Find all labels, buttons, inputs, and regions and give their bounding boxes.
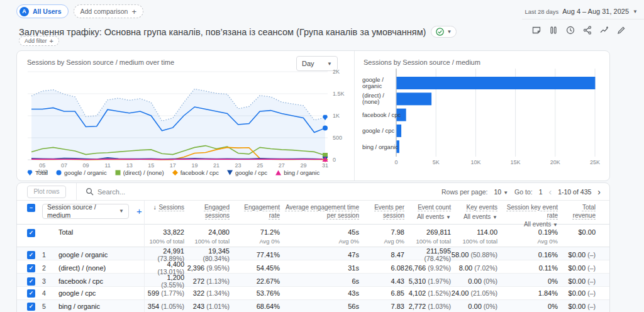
date-range-preset: Last 28 days [525, 8, 558, 15]
table-controls: Plot rows Rows per page: 10 ▼ Go to: 1 ‹… [17, 183, 609, 201]
row-checkbox[interactable]: ✓ [27, 229, 35, 237]
row-checkbox[interactable]: ✓ [27, 289, 35, 298]
column-header-1[interactable]: ↓ Sessions [144, 204, 184, 212]
charts-card: Sessions by Session source / medium over… [16, 50, 610, 181]
edit-icon[interactable] [615, 24, 628, 36]
line-chart-title: Sessions by Session source / medium over… [27, 58, 174, 66]
go-to-page-input[interactable]: 1 [539, 188, 543, 196]
share-icon[interactable] [581, 24, 594, 36]
row-cell: 5,310 (1.97%) [404, 277, 451, 285]
column-header-7[interactable]: Key eventsAll events ▼ [451, 204, 497, 221]
column-header-4[interactable]: Average engagement timeper session [280, 204, 359, 220]
bar-columns-icon[interactable] [547, 24, 560, 36]
check-circle-icon [436, 28, 444, 36]
svg-text:google / cpc: google / cpc [362, 127, 394, 134]
row-cell: 47s [280, 251, 359, 259]
add-dimension-button[interactable]: + [136, 206, 142, 218]
row-checkbox[interactable]: ✓ [27, 277, 35, 286]
total-cell: 33,822100% of total [144, 228, 184, 245]
row-checkbox[interactable]: ✓ [27, 303, 35, 311]
legend-item[interactable]: google / organic [56, 169, 107, 176]
plus-icon: + [50, 38, 53, 45]
segment-chips: A All Users Add comparison + [16, 4, 143, 18]
row-cell: 19,345 (80.34%) [184, 247, 230, 262]
header-divider [522, 19, 644, 20]
next-page-button[interactable]: › [597, 187, 601, 196]
insights-icon[interactable] [598, 24, 611, 36]
column-header-3[interactable]: Engagementrate [230, 204, 280, 220]
column-header-2[interactable]: Engagedsessions [184, 204, 230, 220]
svg-text:09: 09 [82, 162, 89, 169]
search-input[interactable] [97, 188, 192, 196]
svg-text:15: 15 [148, 162, 154, 169]
row-cell: 243 (1.01%) [184, 303, 230, 310]
row-dimension: google / cpc [58, 289, 144, 297]
row-cell: 354 (1.05%) [144, 303, 184, 310]
row-cell: 0% [497, 277, 558, 285]
search-icon [86, 187, 94, 196]
add-comparison-chip[interactable]: Add comparison + [74, 4, 143, 18]
column-header-5[interactable]: Events persession [359, 204, 404, 220]
all-users-chip[interactable]: A All Users [16, 4, 69, 18]
svg-text:500: 500 [333, 135, 342, 141]
row-checkbox[interactable]: ✓ [27, 264, 35, 272]
row-checkbox[interactable]: ✓ [27, 251, 35, 259]
row-cell: 272 (1.13%) [184, 277, 230, 285]
sort-descending-icon[interactable]: ↓ [153, 204, 157, 212]
row-cell: 43s [280, 289, 359, 297]
controls-divider [76, 183, 77, 201]
legend-item[interactable]: facebook / cpc [172, 169, 219, 176]
row-cell: $0.00 (–) [558, 277, 596, 285]
svg-text:13: 13 [126, 162, 133, 169]
prev-page-button[interactable]: ‹ [549, 187, 552, 196]
column-header-8[interactable]: Session key eventrateAll events ▼ [497, 204, 558, 229]
interval-value: Day [302, 60, 314, 67]
svg-text:1.5K: 1.5K [333, 91, 345, 97]
column-header-9[interactable]: Totalrevenue [558, 204, 596, 220]
row-index: 4 [42, 289, 58, 297]
table-row[interactable]: ✓4google / cpc599 (1.77%)322 (1.34%)53.7… [17, 287, 609, 300]
row-cell: 8.47 [359, 251, 404, 259]
legend-item[interactable]: (direct) / (none) [115, 169, 164, 176]
rows-per-page-select[interactable]: 10 ▼ [494, 188, 509, 196]
row-cell: 1.84% [497, 289, 558, 297]
table-row[interactable]: ✓2(direct) / (none)4,400 (13.01%)2,396 (… [17, 260, 609, 274]
events-filter[interactable]: All events ▼ [451, 213, 497, 221]
row-cell: 58.00 (50.88%) [451, 251, 497, 259]
sticky-note-icon[interactable] [530, 24, 543, 36]
chevron-down-icon: ▼ [447, 29, 452, 35]
row-index: 1 [42, 251, 58, 259]
clock-icon[interactable] [564, 24, 577, 36]
bar [397, 92, 432, 105]
events-filter[interactable]: All events ▼ [497, 221, 558, 229]
table-row[interactable]: ✓1google / organic24,991 (73.89%)19,345 … [17, 247, 609, 260]
svg-text:11: 11 [104, 162, 110, 169]
svg-text:19: 19 [191, 162, 197, 169]
row-cell: 31s [280, 264, 359, 272]
legend-item[interactable]: google / cpc [227, 169, 267, 176]
data-quality-badge[interactable]: ▼ [431, 26, 457, 38]
events-filter[interactable]: All events ▼ [404, 213, 451, 221]
legend-item[interactable]: Total [27, 169, 48, 176]
select-all-checkbox[interactable]: – [27, 204, 35, 212]
svg-text:1K: 1K [333, 113, 340, 119]
row-cell: 26,766 (9.92%) [404, 264, 451, 272]
plot-rows-button[interactable]: Plot rows [27, 186, 66, 198]
add-filter-chip[interactable]: Add filter + [19, 36, 59, 46]
row-cell: 6s [280, 277, 359, 285]
date-range-picker[interactable]: Last 28 days Aug 4 – Aug 31, 2025 ▼ [525, 8, 638, 15]
dimension-select[interactable]: Session source / medium▼ [42, 204, 129, 219]
svg-text:07: 07 [61, 162, 67, 169]
row-index: 3 [42, 277, 58, 285]
add-filter-label: Add filter [25, 38, 47, 44]
topbar: A All Users Add comparison + Last 28 day… [16, 4, 638, 18]
svg-text:2K: 2K [333, 69, 340, 75]
total-cell: 24,080100% of total [184, 228, 230, 245]
table-row[interactable]: ✓3facebook / cpc1,200 (3.55%)272 (1.13%)… [17, 274, 609, 287]
row-cell: 2,772 (1.03%) [404, 303, 451, 310]
legend-item[interactable]: bing / organic [275, 169, 319, 176]
svg-text:31: 31 [322, 162, 328, 169]
table-row[interactable]: ✓5bing / organic354 (1.05%)243 (1.01%)68… [17, 300, 609, 312]
column-header-6[interactable]: Event countAll events ▼ [404, 204, 451, 221]
bar [397, 77, 596, 89]
